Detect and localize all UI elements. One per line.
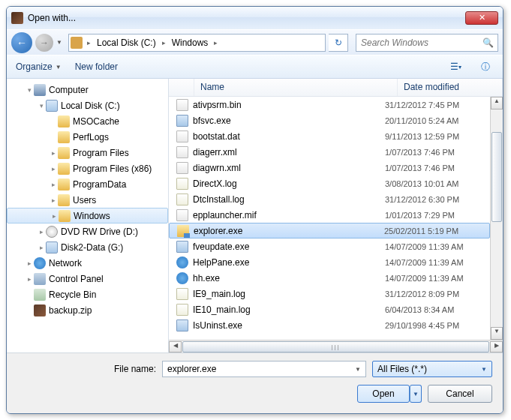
file-row[interactable]: IE9_main.log31/12/2012 8:09 PM	[169, 286, 490, 302]
search-icon: 🔍	[482, 38, 493, 48]
cancel-button[interactable]: Cancel	[428, 385, 492, 403]
folder-icon	[59, 210, 71, 222]
file-row[interactable]: ativpsrm.bin31/12/2012 7:45 PM	[169, 97, 490, 112]
footer: File name: ▼ All Files (*.*) ▼ Open ▼ Ca…	[7, 352, 503, 413]
file-name: IE9_main.log	[193, 289, 385, 299]
tree-item[interactable]: ▸Network	[7, 255, 168, 271]
expand-icon[interactable]: ▾	[25, 86, 34, 94]
organize-menu[interactable]: Organize ▼	[16, 62, 62, 72]
column-icon[interactable]	[169, 79, 194, 96]
expand-icon[interactable]: ▸	[49, 149, 58, 157]
view-menu[interactable]: ☰ ▾	[447, 58, 464, 75]
breadcrumb-seg-windows[interactable]: Windows	[167, 34, 213, 51]
titlebar[interactable]: Open with... ✕	[7, 7, 503, 29]
column-name[interactable]: Name	[194, 79, 398, 96]
expand-icon[interactable]: ▸	[49, 181, 58, 188]
scroll-thumb[interactable]	[491, 132, 502, 222]
tree-item[interactable]: ▸Program Files (x86)	[7, 160, 168, 176]
tree-item[interactable]: PerfLogs	[7, 129, 168, 145]
folder-tree[interactable]: ▾Computer▾Local Disk (C:)MSOCachePerfLog…	[7, 79, 169, 352]
file-row[interactable]: DtcInstall.log31/12/2012 6:30 PM	[169, 191, 490, 207]
expand-icon[interactable]: ▸	[25, 260, 34, 267]
expand-icon[interactable]: ▸	[49, 196, 58, 204]
breadcrumb-arrow[interactable]: ▸	[161, 39, 167, 46]
breadcrumb-seg-drive[interactable]: Local Disk (C:)	[92, 34, 161, 51]
tree-item[interactable]: backup.zip	[7, 302, 168, 318]
file-icon	[176, 272, 188, 284]
file-date: 14/07/2009 11:39 AM	[385, 242, 490, 251]
expand-icon[interactable]: ▸	[25, 275, 34, 283]
file-row[interactable]: diagwrn.xml1/07/2013 7:46 PM	[169, 160, 490, 176]
file-icon	[176, 178, 188, 190]
file-row[interactable]: IE10_main.log6/04/2013 8:34 AM	[169, 302, 490, 317]
file-row[interactable]: bootstat.dat9/11/2013 12:59 PM	[169, 128, 490, 144]
filename-input[interactable]	[167, 364, 355, 374]
file-row[interactable]: epplauncher.mif1/01/2013 7:29 PM	[169, 207, 490, 223]
file-row[interactable]: DirectX.log3/08/2013 10:01 AM	[169, 176, 490, 191]
filetype-filter[interactable]: All Files (*.*) ▼	[372, 361, 492, 377]
file-date: 20/11/2010 5:24 AM	[385, 116, 490, 125]
back-button[interactable]: ←	[11, 32, 32, 53]
file-date: 9/11/2013 12:59 PM	[385, 132, 490, 141]
filename-field[interactable]: ▼	[162, 361, 366, 377]
file-row[interactable]: IsUninst.exe29/10/1998 4:45 PM	[169, 317, 490, 333]
expand-icon[interactable]: ▸	[37, 228, 46, 236]
window-title: Open with...	[28, 13, 465, 23]
file-row[interactable]: hh.exe14/07/2009 11:39 AM	[169, 270, 490, 286]
tree-label: Windows	[74, 211, 110, 221]
tree-item[interactable]: ▸DVD RW Drive (D:)	[7, 224, 168, 239]
breadcrumb-arrow[interactable]: ▸	[212, 39, 219, 46]
tree-item[interactable]: ▸ProgramData	[7, 176, 168, 192]
search-box[interactable]: 🔍	[356, 34, 498, 52]
file-row[interactable]: explorer.exe25/02/2011 5:19 PM	[169, 223, 490, 238]
tree-item[interactable]: Recycle Bin	[7, 286, 168, 302]
tree-item[interactable]: ▸Program Files	[7, 145, 168, 160]
file-row[interactable]: HelpPane.exe14/07/2009 11:39 AM	[169, 254, 490, 270]
tree-item[interactable]: ▾Local Disk (C:)	[7, 98, 168, 113]
new-folder-button[interactable]: New folder	[75, 62, 118, 72]
file-row[interactable]: bfsvc.exe20/11/2010 5:24 AM	[169, 112, 490, 128]
expand-icon[interactable]: ▾	[37, 102, 46, 110]
tree-item[interactable]: ▸Disk2-Data (G:)	[7, 239, 168, 255]
file-icon	[176, 209, 188, 221]
app-icon	[11, 12, 23, 24]
tree-item[interactable]: MSOCache	[7, 113, 168, 129]
help-button[interactable]: ⓘ	[477, 58, 494, 75]
search-input[interactable]	[361, 38, 482, 48]
file-date: 31/12/2012 6:30 PM	[385, 195, 490, 204]
address-bar[interactable]: ▸ Local Disk (C:) ▸ Windows ▸	[68, 34, 326, 52]
expand-icon[interactable]: ▸	[37, 244, 46, 251]
open-dropdown[interactable]: ▼	[410, 385, 422, 403]
scroll-left-button[interactable]: ◀	[169, 341, 182, 352]
close-button[interactable]: ✕	[465, 11, 498, 25]
file-row[interactable]: fveupdate.exe14/07/2009 11:39 AM	[169, 238, 490, 254]
tree-item[interactable]: ▸Windows	[7, 208, 168, 224]
tree-label: Network	[49, 258, 82, 268]
tree-item[interactable]: ▾Computer	[7, 82, 168, 98]
column-date[interactable]: Date modified	[398, 79, 503, 96]
dvd-icon	[46, 226, 58, 238]
net-icon	[34, 257, 46, 269]
expand-icon[interactable]: ▸	[50, 212, 59, 220]
file-date: 1/07/2013 7:46 PM	[385, 148, 490, 157]
vertical-scrollbar[interactable]: ▲ ▼	[490, 97, 503, 340]
tree-item[interactable]: ▸Control Panel	[7, 271, 168, 286]
scroll-down-button[interactable]: ▼	[491, 327, 503, 340]
file-icon	[176, 304, 188, 316]
scroll-thumb[interactable]: |||	[182, 341, 489, 352]
file-row[interactable]: diagerr.xml1/07/2013 7:46 PM	[169, 144, 490, 160]
expand-icon[interactable]: ▸	[49, 165, 58, 172]
horizontal-scrollbar[interactable]: ◀ ||| ▶	[169, 340, 503, 352]
forward-button[interactable]: →	[35, 34, 53, 52]
file-icon	[176, 146, 188, 158]
scroll-up-button[interactable]: ▲	[491, 97, 503, 110]
breadcrumb-arrow[interactable]: ▸	[86, 39, 92, 46]
tree-item[interactable]: ▸Users	[7, 192, 168, 208]
open-button[interactable]: Open	[357, 385, 410, 403]
filename-dropdown-icon[interactable]: ▼	[355, 366, 361, 373]
history-dropdown[interactable]: ▼	[56, 39, 65, 46]
scroll-right-button[interactable]: ▶	[490, 341, 503, 352]
chevron-down-icon: ▼	[481, 366, 487, 373]
refresh-button[interactable]: ↻	[329, 34, 348, 52]
file-date: 31/12/2012 8:09 PM	[385, 290, 490, 298]
